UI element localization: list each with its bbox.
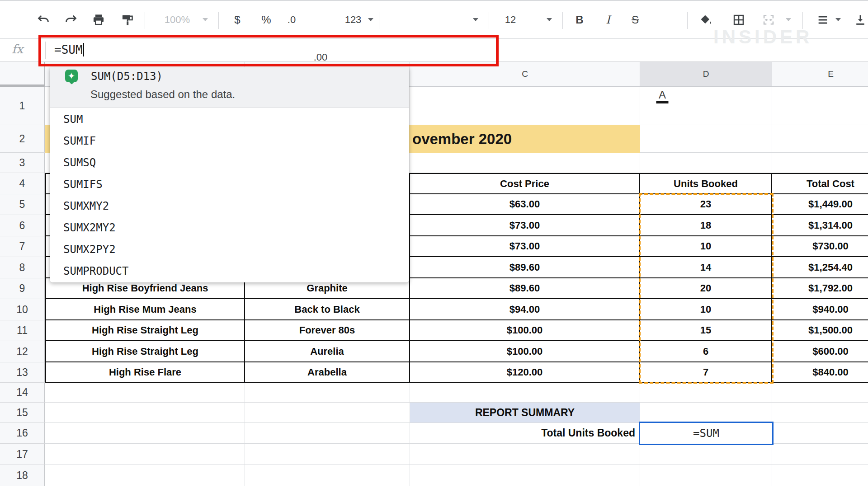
cell-B12[interactable]: Aurelia — [245, 341, 410, 362]
cell-A17[interactable] — [45, 444, 245, 465]
function-item-sumproduct[interactable]: SUMPRODUCT — [50, 260, 409, 282]
cell-E18[interactable] — [772, 465, 868, 486]
cell-D2[interactable] — [640, 125, 772, 153]
cell-B14[interactable] — [245, 383, 410, 403]
cell-E4[interactable]: Total Cost — [772, 173, 868, 194]
cell-D15[interactable] — [640, 403, 772, 423]
cell-D9[interactable]: 20 — [640, 278, 772, 299]
row-header-18[interactable]: 18 — [0, 465, 45, 486]
cell-D7[interactable]: 10 — [640, 236, 772, 257]
suggested-formula-option[interactable]: ✦ SUM(D5:D13) Suggested based on the dat… — [50, 67, 409, 108]
cell-C6[interactable]: $73.00 — [410, 215, 640, 236]
font-family-caret-icon[interactable] — [473, 1, 478, 38]
cell-B10[interactable]: Back to Black — [245, 299, 410, 320]
row-header-15[interactable]: 15 — [0, 403, 45, 423]
cell-B15[interactable] — [245, 403, 410, 423]
function-item-sum[interactable]: SUM — [50, 108, 409, 130]
row-header-11[interactable]: 11 — [0, 320, 45, 341]
horizontal-align-icon[interactable] — [816, 1, 829, 38]
cell-C7[interactable]: $73.00 — [410, 236, 640, 257]
row-header-4[interactable]: 4 — [0, 173, 45, 194]
cell-D11[interactable]: 15 — [640, 320, 772, 341]
cell-D17[interactable] — [640, 444, 772, 465]
cell-A12[interactable]: High Rise Straight Leg — [45, 341, 245, 362]
cell-C9[interactable]: $89.60 — [410, 278, 640, 299]
cell-E10[interactable]: $940.00 — [772, 299, 868, 320]
row-header-8[interactable]: 8 — [0, 257, 45, 278]
cell-C14[interactable] — [410, 383, 640, 403]
cell-E9[interactable]: $1,792.00 — [772, 278, 868, 299]
row-header-5[interactable]: 5 — [0, 194, 45, 215]
row-header-17[interactable]: 17 — [0, 444, 45, 465]
cell-C12[interactable]: $100.00 — [410, 341, 640, 362]
cell-A10[interactable]: High Rise Mum Jeans — [45, 299, 245, 320]
cell-E3[interactable] — [772, 153, 868, 173]
cell-E17[interactable] — [772, 444, 868, 465]
cell-A15[interactable] — [45, 403, 245, 423]
cell-C10[interactable]: $94.00 — [410, 299, 640, 320]
cell-C15[interactable]: REPORT SUMMARY — [410, 403, 640, 423]
row-header-14[interactable]: 14 — [0, 383, 45, 403]
row-header-9[interactable]: 9 — [0, 278, 45, 299]
cell-C18[interactable] — [410, 465, 640, 486]
cell-E12[interactable]: $600.00 — [772, 341, 868, 362]
cell-B13[interactable]: Arabella — [245, 362, 410, 383]
font-size-select[interactable]: 12 — [505, 1, 516, 38]
function-item-sumx2my2[interactable]: SUMX2MY2 — [50, 217, 409, 239]
cell-D13[interactable]: 7 — [640, 362, 772, 383]
row-header-7[interactable]: 7 — [0, 236, 45, 257]
cell-A16[interactable] — [45, 423, 245, 444]
cell-E11[interactable]: $1,500.00 — [772, 320, 868, 341]
cell-E15[interactable] — [772, 403, 868, 423]
fill-color-icon[interactable] — [699, 1, 712, 38]
cell-A14[interactable] — [45, 383, 245, 403]
italic-button[interactable]: I — [606, 1, 610, 38]
cell-D3[interactable] — [640, 153, 772, 173]
cell-E14[interactable] — [772, 383, 868, 403]
cell-A18[interactable] — [45, 465, 245, 486]
cell-C3[interactable] — [410, 153, 640, 173]
cell-C16[interactable]: Total Units Booked — [410, 423, 640, 444]
more-formats-caret-icon[interactable] — [368, 1, 373, 38]
row-header-1[interactable]: 1 — [0, 87, 45, 125]
cell-D6[interactable]: 18 — [640, 215, 772, 236]
cell-D5[interactable]: 23 — [640, 194, 772, 215]
row-header-16[interactable]: 16 — [0, 423, 45, 444]
cell-B18[interactable] — [245, 465, 410, 486]
cell-B16[interactable] — [245, 423, 410, 444]
cell-C13[interactable]: $120.00 — [410, 362, 640, 383]
cell-B17[interactable] — [245, 444, 410, 465]
more-formats-button[interactable]: 123 — [345, 1, 362, 38]
cell-E6[interactable]: $1,314.00 — [772, 215, 868, 236]
function-item-sumifs[interactable]: SUMIFS — [50, 174, 409, 195]
cell-C8[interactable]: $89.60 — [410, 257, 640, 278]
font-size-caret-icon[interactable] — [547, 1, 552, 38]
function-item-sumx2py2[interactable]: SUMX2PY2 — [50, 239, 409, 260]
row-header-6[interactable]: 6 — [0, 215, 45, 236]
cell-C4[interactable]: Cost Price — [410, 173, 640, 194]
cell-E13[interactable]: $840.00 — [772, 362, 868, 383]
cell-A13[interactable]: High Rise Flare — [45, 362, 245, 383]
row-header-3[interactable]: 3 — [0, 153, 45, 173]
function-item-sumsq[interactable]: SUMSQ — [50, 152, 409, 174]
cell-D12[interactable]: 6 — [640, 341, 772, 362]
cell-D14[interactable] — [640, 383, 772, 403]
row-header-12[interactable]: 12 — [0, 341, 45, 362]
bold-button[interactable]: B — [576, 1, 583, 38]
cell-D4[interactable]: Units Booked — [640, 173, 772, 194]
strikethrough-button[interactable]: S — [632, 1, 639, 38]
function-item-sumif[interactable]: SUMIF — [50, 130, 409, 152]
cell-C11[interactable]: $100.00 — [410, 320, 640, 341]
cell-C5[interactable]: $63.00 — [410, 194, 640, 215]
decrease-decimals-button[interactable]: .0 ← — [0, 1, 726, 38]
cell-C17[interactable] — [410, 444, 640, 465]
cell-E2[interactable] — [772, 125, 868, 153]
cell-E16[interactable] — [772, 423, 868, 444]
active-cell-D16[interactable]: =SUM — [639, 422, 774, 445]
cell-E5[interactable]: $1,449.00 — [772, 194, 868, 215]
row-header-2[interactable]: 2 — [0, 125, 45, 153]
row-header-10[interactable]: 10 — [0, 299, 45, 320]
horizontal-align-caret-icon[interactable] — [835, 1, 841, 38]
function-item-sumxmy2[interactable]: SUMXMY2 — [50, 195, 409, 217]
cell-E8[interactable]: $1,254.40 — [772, 257, 868, 278]
